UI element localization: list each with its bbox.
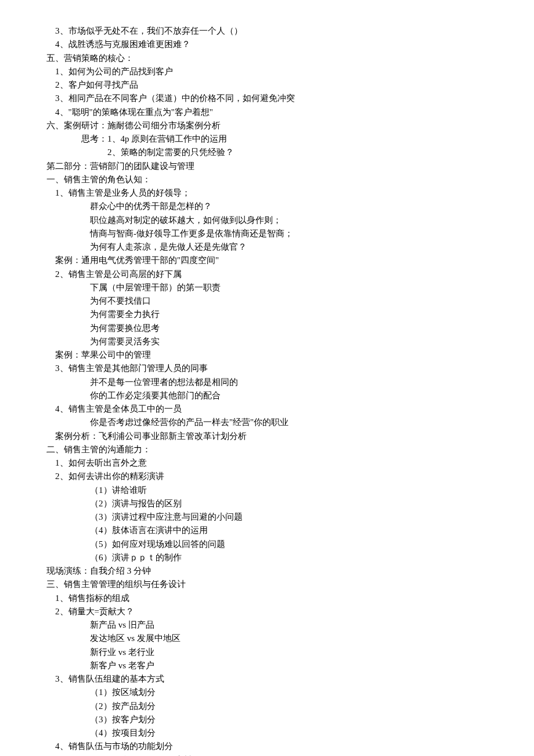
text-line: 2、客户如何寻找产品 (46, 78, 534, 92)
text-line: 现场演练：自我介绍 3 分钟 (46, 564, 534, 578)
text-line: 你是否考虑过像经营你的产品一样去"经营"你的职业 (46, 416, 534, 429)
text-line: 三、销售主管管理的组织与任务设计 (46, 578, 534, 591)
text-line: （3）演讲过程中应注意与回避的小问题 (46, 510, 534, 524)
text-line: 3、销售主管是其他部门管理人员的同事 (46, 362, 534, 375)
text-line: （1）销售人员/队伍的宗旨 (46, 754, 534, 757)
text-line: 群众心中的优秀干部是怎样的？ (46, 200, 534, 213)
text-line: 发达地区 vs 发展中地区 (46, 632, 534, 645)
text-line: 3、销售队伍组建的基本方式 (46, 672, 534, 686)
text-line: （1）按区域划分 (46, 686, 534, 699)
text-line: 案例：通用电气优秀管理干部的"四度空间" (46, 254, 534, 267)
text-line: 新产品 vs 旧产品 (46, 618, 534, 632)
text-line: 2、销量大=贡献大？ (46, 605, 534, 618)
text-line: （2）演讲与报告的区别 (46, 497, 534, 510)
text-line: 思考：1、4p 原则在营销工作中的运用 (46, 132, 534, 146)
text-line: 职位越高对制定的破坏越大，如何做到以身作则； (46, 214, 534, 227)
text-line: 1、如何去听出言外之意 (46, 456, 534, 470)
text-line: 情商与智商-做好领导工作更多是依靠情商还是智商； (46, 227, 534, 240)
text-line: 并不是每一位管理者的想法都是相同的 (46, 376, 534, 389)
text-line: 下属（中层管理干部）的第一职责 (46, 281, 534, 294)
text-line: 4、"聪明"的策略体现在重点为"客户着想" (46, 106, 534, 119)
text-line: （6）演讲ｐｐｔ的制作 (46, 551, 534, 564)
document-body: 3、市场似乎无处不在，我们不放弃任一个人（）4、战胜诱惑与克服困难谁更困难？五、… (46, 24, 534, 756)
text-line: 4、销售队伍与市场的功能划分 (46, 740, 534, 753)
text-line: 为何需要换位思考 (46, 322, 534, 335)
text-line: 4、销售主管是全体员工中的一员 (46, 402, 534, 416)
text-line: （5）如何应对现场难以回答的问题 (46, 538, 534, 551)
text-line: 2、如何去讲出你的精彩演讲 (46, 470, 534, 483)
text-line: 2、策略的制定需要的只凭经验？ (46, 146, 534, 159)
text-line: 1、销售指标的组成 (46, 592, 534, 605)
text-line: 3、市场似乎无处不在，我们不放弃任一个人（） (46, 24, 534, 38)
text-line: 案例：苹果公司中的管理 (46, 348, 534, 362)
text-line: 2、销售主管是公司高层的好下属 (46, 268, 534, 281)
text-line: 案例分析：飞利浦公司事业部新主管改革计划分析 (46, 430, 534, 443)
text-line: 一、销售主管的角色认知： (46, 173, 534, 186)
text-line: 为何不要找借口 (46, 294, 534, 308)
text-line: 为何需要灵活务实 (46, 335, 534, 348)
text-line: 新客户 vs 老客户 (46, 659, 534, 672)
text-line: （4）按项目划分 (46, 726, 534, 740)
text-line: 六、案例研讨：施耐德公司细分市场案例分析 (46, 119, 534, 132)
text-line: （2）按产品划分 (46, 700, 534, 713)
text-line: 4、战胜诱惑与克服困难谁更困难？ (46, 38, 534, 51)
text-line: 新行业 vs 老行业 (46, 646, 534, 659)
text-line: 为何需要全力执行 (46, 308, 534, 321)
text-line: （4）肢体语言在演讲中的运用 (46, 524, 534, 537)
text-line: （3）按客户划分 (46, 713, 534, 726)
text-line: 为何有人走茶凉，是先做人还是先做官？ (46, 240, 534, 254)
text-line: （1）讲给谁听 (46, 484, 534, 497)
text-line: 你的工作必定须要其他部门的配合 (46, 389, 534, 402)
text-line: 1、销售主管是业务人员的好领导； (46, 186, 534, 200)
text-line: 3、相同产品在不同客户（渠道）中的价格不同，如何避免冲突 (46, 92, 534, 105)
text-line: 五、营销策略的核心： (46, 52, 534, 65)
text-line: 1、如何为公司的产品找到客户 (46, 65, 534, 78)
text-line: 二、销售主管的沟通能力： (46, 443, 534, 456)
text-line: 第二部分：营销部门的团队建设与管理 (46, 160, 534, 173)
